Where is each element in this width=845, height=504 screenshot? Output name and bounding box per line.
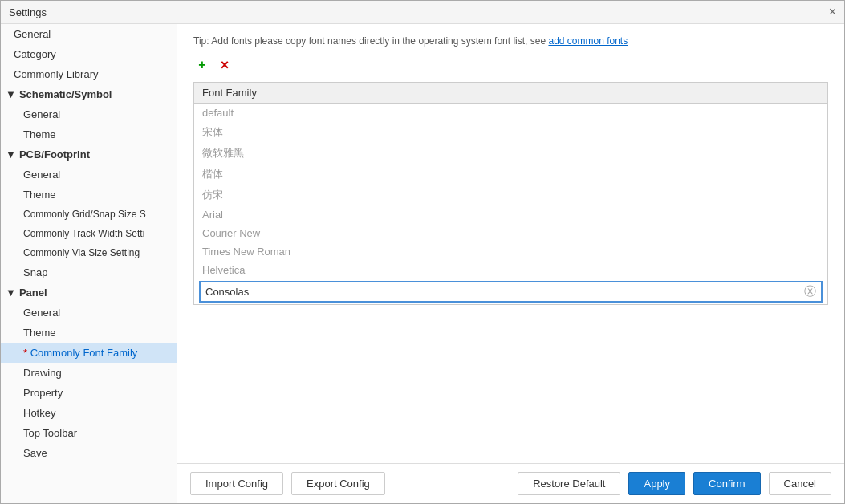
sidebar-group-pcb[interactable]: ▼ PCB/Footprint bbox=[1, 144, 177, 165]
font-edit-input[interactable] bbox=[201, 283, 799, 300]
title-bar: Settings × bbox=[1, 1, 844, 24]
font-list-header: Font Family bbox=[194, 83, 827, 104]
font-item-times[interactable]: Times New Roman bbox=[194, 242, 827, 261]
sidebar-group-schematic[interactable]: ▼ Schematic/Symbol bbox=[1, 84, 177, 104]
add-font-button[interactable]: + bbox=[193, 56, 211, 74]
toolbar: + × bbox=[193, 56, 828, 74]
dialog-footer: Import Config Export Config Restore Defa… bbox=[177, 463, 844, 503]
content-area: Tip: Add fonts please copy font names di… bbox=[177, 24, 844, 463]
sidebar-item-pcb-theme[interactable]: Theme bbox=[1, 185, 177, 205]
dialog-body: General Category Commonly Library ▼ Sche… bbox=[1, 24, 844, 503]
footer-left: Import Config Export Config bbox=[190, 472, 385, 495]
settings-dialog: Settings × General Category Commonly Lib… bbox=[0, 0, 845, 504]
sidebar-item-schematic-general[interactable]: General bbox=[1, 104, 177, 124]
dialog-title: Settings bbox=[9, 6, 47, 18]
sidebar: General Category Commonly Library ▼ Sche… bbox=[1, 24, 177, 503]
sidebar-item-pcb-grid[interactable]: Commonly Grid/Snap Size S bbox=[1, 205, 177, 224]
sidebar-group-pcb-label: PCB/Footprint bbox=[19, 148, 90, 161]
sidebar-item-panel-drawing[interactable]: Drawing bbox=[1, 363, 177, 383]
restore-default-button[interactable]: Restore Default bbox=[518, 472, 620, 495]
sidebar-group-schematic-label: Schematic/Symbol bbox=[19, 88, 112, 100]
apply-button[interactable]: Apply bbox=[628, 472, 685, 495]
font-item-arial[interactable]: Arial bbox=[194, 205, 827, 224]
font-list-container: Font Family default 宋体 微软雅黑 楷体 仿宋 Arial … bbox=[193, 82, 828, 305]
font-item-songti[interactable]: 宋体 bbox=[194, 122, 827, 143]
sidebar-item-general-top[interactable]: General bbox=[1, 24, 177, 44]
add-common-fonts-link[interactable]: add common fonts bbox=[548, 35, 628, 47]
tip-text: Tip: Add fonts please copy font names di… bbox=[193, 35, 548, 47]
font-edit-clear-button[interactable]: ⓧ bbox=[799, 282, 821, 301]
font-item-courier[interactable]: Courier New bbox=[194, 224, 827, 242]
sidebar-item-pcb-track[interactable]: Commonly Track Width Setti bbox=[1, 224, 177, 243]
collapse-icon-panel: ▼ bbox=[6, 287, 16, 299]
export-config-button[interactable]: Export Config bbox=[291, 472, 385, 495]
sidebar-item-pcb-general[interactable]: General bbox=[1, 165, 177, 185]
sidebar-item-pcb-via[interactable]: Commonly Via Size Setting bbox=[1, 243, 177, 262]
remove-font-button[interactable]: × bbox=[216, 56, 234, 74]
font-item-default[interactable]: default bbox=[194, 104, 827, 122]
sidebar-group-panel[interactable]: ▼ Panel bbox=[1, 282, 177, 303]
font-item-helvetica[interactable]: Helvetica bbox=[194, 261, 827, 279]
sidebar-item-category[interactable]: Category bbox=[1, 44, 177, 64]
sidebar-item-panel-general[interactable]: General bbox=[1, 303, 177, 323]
sidebar-item-commonly-library[interactable]: Commonly Library bbox=[1, 64, 177, 84]
sidebar-item-schematic-theme[interactable]: Theme bbox=[1, 124, 177, 144]
sidebar-item-panel-font[interactable]: Commonly Font Family bbox=[1, 343, 177, 363]
font-item-fangsong[interactable]: 仿宋 bbox=[194, 185, 827, 205]
sidebar-group-panel-label: Panel bbox=[19, 287, 47, 299]
font-edit-row: ⓧ bbox=[199, 281, 823, 303]
font-list-body: default 宋体 微软雅黑 楷体 仿宋 Arial Courier New … bbox=[194, 104, 827, 303]
tip-bar: Tip: Add fonts please copy font names di… bbox=[193, 35, 828, 47]
main-content: Tip: Add fonts please copy font names di… bbox=[177, 24, 844, 503]
sidebar-item-panel-theme[interactable]: Theme bbox=[1, 323, 177, 343]
cancel-button[interactable]: Cancel bbox=[769, 472, 831, 495]
import-config-button[interactable]: Import Config bbox=[190, 472, 283, 495]
footer-right: Restore Default Apply Confirm Cancel bbox=[518, 472, 831, 495]
confirm-button[interactable]: Confirm bbox=[693, 472, 761, 495]
sidebar-item-pcb-snap[interactable]: Snap bbox=[1, 262, 177, 282]
sidebar-item-panel-save[interactable]: Save bbox=[1, 443, 177, 463]
collapse-icon-schematic: ▼ bbox=[6, 88, 16, 100]
sidebar-item-panel-top-toolbar[interactable]: Top Toolbar bbox=[1, 423, 177, 443]
collapse-icon-pcb: ▼ bbox=[6, 148, 16, 161]
sidebar-item-panel-property[interactable]: Property bbox=[1, 383, 177, 403]
font-item-weisuan[interactable]: 微软雅黑 bbox=[194, 143, 827, 164]
sidebar-item-panel-hotkey[interactable]: Hotkey bbox=[1, 403, 177, 423]
font-item-kaiti[interactable]: 楷体 bbox=[194, 164, 827, 185]
close-button[interactable]: × bbox=[829, 6, 836, 18]
